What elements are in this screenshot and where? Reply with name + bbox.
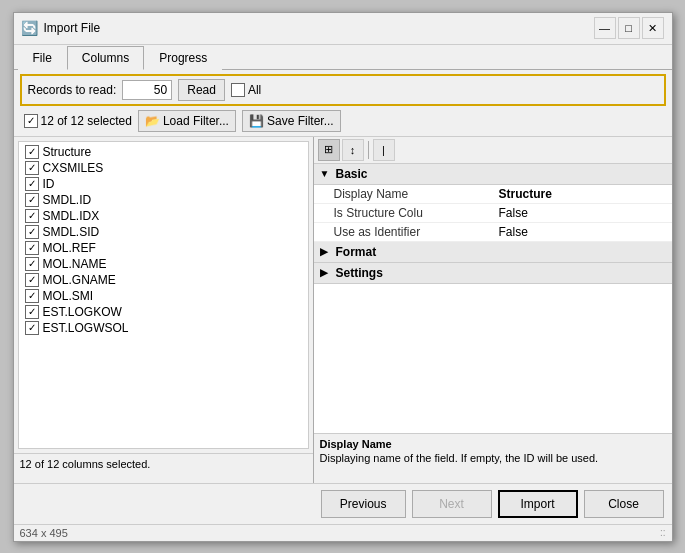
prop-row[interactable]: Display NameStructure <box>314 185 672 204</box>
close-button[interactable]: Close <box>584 490 664 518</box>
maximize-button[interactable]: □ <box>618 17 640 39</box>
import-button[interactable]: Import <box>498 490 578 518</box>
column-checkbox[interactable] <box>25 177 39 191</box>
prop-group-header[interactable]: ▶Settings <box>314 263 672 284</box>
toolbar-row-records: Records to read: Read All <box>20 74 666 106</box>
column-name: MOL.GNAME <box>43 273 116 287</box>
window-icon: 🔄 <box>22 20 38 36</box>
prop-row[interactable]: Use as IdentifierFalse <box>314 223 672 242</box>
column-checkbox[interactable] <box>25 257 39 271</box>
save-filter-label: Save Filter... <box>267 114 334 128</box>
right-panel: ⊞ ↕ | ▼BasicDisplay NameStructureIs Stru… <box>314 137 672 483</box>
tabs-bar: File Columns Progress <box>14 45 672 70</box>
list-item[interactable]: SMDL.IDX <box>19 208 308 224</box>
list-item[interactable]: Structure <box>19 144 308 160</box>
list-item[interactable]: EST.LOGWSOL <box>19 320 308 336</box>
status-right-title: Display Name <box>320 438 666 450</box>
prop-row-value: False <box>499 206 664 220</box>
list-item[interactable]: CXSMILES <box>19 160 308 176</box>
selected-checkbox-label[interactable]: 12 of 12 selected <box>24 114 132 128</box>
resize-grip[interactable]: :: <box>660 527 666 538</box>
toolbar: Records to read: Read All 12 of 12 selec… <box>14 70 672 137</box>
prop-row-value: Structure <box>499 187 664 201</box>
prop-row-name: Display Name <box>334 187 499 201</box>
prop-group-name: Basic <box>336 167 368 181</box>
prop-row-name: Is Structure Colu <box>334 206 499 220</box>
previous-button[interactable]: Previous <box>321 490 406 518</box>
bottom-bar: Previous Next Import Close <box>14 483 672 524</box>
records-input[interactable] <box>122 80 172 100</box>
column-name: ID <box>43 177 55 191</box>
column-checkbox[interactable] <box>25 289 39 303</box>
status-right-desc: Displaying name of the field. If empty, … <box>320 452 666 464</box>
prop-icon-sort[interactable]: ↕ <box>342 139 364 161</box>
column-list[interactable]: StructureCXSMILESIDSMDL.IDSMDL.IDXSMDL.S… <box>18 141 309 449</box>
title-bar-left: 🔄 Import File <box>22 20 101 36</box>
load-filter-icon: 📂 <box>145 114 160 128</box>
tab-progress[interactable]: Progress <box>144 46 222 70</box>
status-bar-left: 12 of 12 columns selected. <box>14 453 313 483</box>
records-label: Records to read: <box>28 83 117 97</box>
column-checkbox[interactable] <box>25 161 39 175</box>
column-name: SMDL.SID <box>43 225 100 239</box>
column-checkbox[interactable] <box>25 273 39 287</box>
list-item[interactable]: ID <box>19 176 308 192</box>
list-item[interactable]: SMDL.ID <box>19 192 308 208</box>
list-item[interactable]: MOL.SMI <box>19 288 308 304</box>
title-controls: — □ ✕ <box>594 17 664 39</box>
selected-label: 12 of 12 selected <box>41 114 132 128</box>
next-button[interactable]: Next <box>412 490 492 518</box>
selected-checkbox[interactable] <box>24 114 38 128</box>
tab-columns[interactable]: Columns <box>67 46 144 70</box>
column-name: EST.LOGWSOL <box>43 321 129 335</box>
toolbar-row-filter: 12 of 12 selected 📂 Load Filter... 💾 Sav… <box>20 110 666 132</box>
all-checkbox[interactable] <box>231 83 245 97</box>
column-name: SMDL.ID <box>43 193 92 207</box>
prop-group-header[interactable]: ▼Basic <box>314 164 672 185</box>
save-filter-icon: 💾 <box>249 114 264 128</box>
close-window-button[interactable]: ✕ <box>642 17 664 39</box>
save-filter-button[interactable]: 💾 Save Filter... <box>242 110 341 132</box>
chevron-icon: ▶ <box>320 267 332 278</box>
column-checkbox[interactable] <box>25 209 39 223</box>
list-item[interactable]: SMDL.SID <box>19 224 308 240</box>
minimize-button[interactable]: — <box>594 17 616 39</box>
column-name: EST.LOGKOW <box>43 305 122 319</box>
prop-icon-extra[interactable]: | <box>373 139 395 161</box>
prop-list: ▼BasicDisplay NameStructureIs Structure … <box>314 164 672 433</box>
main-content: StructureCXSMILESIDSMDL.IDSMDL.IDXSMDL.S… <box>14 137 672 483</box>
column-checkbox[interactable] <box>25 321 39 335</box>
column-checkbox[interactable] <box>25 225 39 239</box>
title-bar: 🔄 Import File — □ ✕ <box>14 13 672 45</box>
prop-group-name: Format <box>336 245 377 259</box>
load-filter-button[interactable]: 📂 Load Filter... <box>138 110 236 132</box>
tab-file[interactable]: File <box>18 46 67 70</box>
chevron-icon: ▼ <box>320 168 332 179</box>
read-button[interactable]: Read <box>178 79 225 101</box>
prop-row-value: False <box>499 225 664 239</box>
chevron-icon: ▶ <box>320 246 332 257</box>
column-name: SMDL.IDX <box>43 209 100 223</box>
list-item[interactable]: EST.LOGKOW <box>19 304 308 320</box>
list-item[interactable]: MOL.NAME <box>19 256 308 272</box>
column-checkbox[interactable] <box>25 145 39 159</box>
prop-toolbar-divider <box>368 141 369 159</box>
prop-row-name: Use as Identifier <box>334 225 499 239</box>
window-title: Import File <box>44 21 101 35</box>
left-panel: StructureCXSMILESIDSMDL.IDSMDL.IDXSMDL.S… <box>14 137 314 483</box>
footer: 634 x 495 :: <box>14 524 672 541</box>
column-checkbox[interactable] <box>25 193 39 207</box>
prop-icon-grid[interactable]: ⊞ <box>318 139 340 161</box>
list-item[interactable]: MOL.REF <box>19 240 308 256</box>
column-checkbox[interactable] <box>25 305 39 319</box>
footer-dimensions: 634 x 495 <box>20 527 68 539</box>
prop-row[interactable]: Is Structure ColuFalse <box>314 204 672 223</box>
prop-toolbar: ⊞ ↕ | <box>314 137 672 164</box>
prop-group-header[interactable]: ▶Format <box>314 242 672 263</box>
all-checkbox-label[interactable]: All <box>231 83 261 97</box>
column-checkbox[interactable] <box>25 241 39 255</box>
main-window: 🔄 Import File — □ ✕ File Columns Progres… <box>13 12 673 542</box>
list-item[interactable]: MOL.GNAME <box>19 272 308 288</box>
column-name: MOL.NAME <box>43 257 107 271</box>
all-label: All <box>248 83 261 97</box>
